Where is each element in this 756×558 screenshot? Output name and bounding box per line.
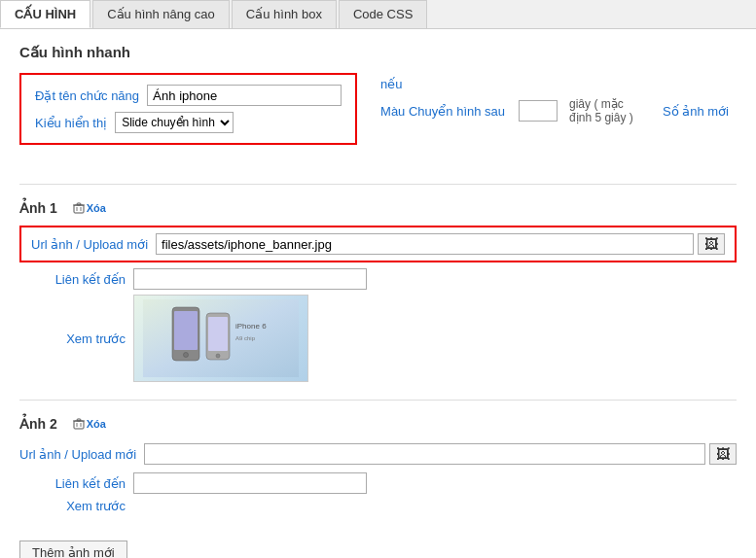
image-1-preview-row: Xem trước	[19, 295, 737, 382]
count-label: Số ảnh mới	[663, 104, 729, 119]
name-input[interactable]	[147, 85, 342, 106]
main-content: Cấu hình nhanh Đặt tên chức năng Kiểu hi…	[0, 29, 756, 558]
image-1-url-label: Url ảnh / Upload mới	[31, 237, 148, 252]
time-hint: giây ( mặc định 5 giây )	[569, 97, 643, 124]
trash-icon	[73, 202, 85, 214]
tab-cau-hinh-box[interactable]: Cấu hình box	[232, 0, 337, 28]
image-2-link-row: Liên kết đến	[19, 472, 737, 494]
tab-cau-hinh-nang-cao[interactable]: Cấu hình nâng cao	[92, 0, 230, 28]
svg-text:A9 chip: A9 chip	[235, 335, 256, 341]
image-1-preview: iPhone 6 A9 chip	[133, 295, 308, 382]
image-1-link-label: Liên kết đến	[23, 272, 126, 287]
tab-code-css[interactable]: Code CSS	[339, 0, 427, 28]
display-row: Kiểu hiển thị Slide chuyển hình Fade Non…	[35, 112, 342, 133]
display-select[interactable]: Slide chuyển hình Fade None	[115, 112, 234, 133]
svg-rect-7	[174, 311, 198, 350]
delete-image-2-button[interactable]: Xóa	[65, 418, 106, 430]
image-1-url-input[interactable]	[156, 233, 694, 255]
quick-config-box: Đặt tên chức năng Kiểu hiển thị Slide ch…	[19, 73, 357, 145]
delete-image-1-label: Xóa	[87, 202, 106, 214]
image-1-title-row: Ảnh 1 Xóa	[19, 200, 737, 216]
image-2-link-input[interactable]	[133, 472, 367, 494]
image-2-preview-row: Xem trước	[19, 499, 737, 513]
iphone-svg: iPhone 6 A9 chip	[143, 299, 299, 377]
svg-point-11	[216, 354, 220, 358]
color-label: Màu Chuyển hình sau	[380, 104, 505, 119]
image-1-upload-button[interactable]: 🖼	[698, 233, 725, 255]
delete-image-1-button[interactable]: Xóa	[65, 202, 106, 214]
svg-rect-10	[208, 317, 228, 351]
image-2-preview-label: Xem trước	[23, 499, 126, 513]
iphone-banner-visual: iPhone 6 A9 chip	[134, 296, 307, 381]
delete-image-2-label: Xóa	[87, 418, 106, 430]
image-2-url-row: Url ảnh / Upload mới 🖼	[19, 441, 737, 467]
image-1-link-input[interactable]	[133, 268, 367, 290]
display-select-wrap: Slide chuyển hình Fade None	[115, 112, 234, 133]
image-section-1: Ảnh 1 Xóa Url ảnh / Upload mới 🖼	[19, 200, 737, 382]
image-1-link-row: Liên kết đến	[19, 268, 737, 290]
image-1-title: Ảnh 1	[19, 200, 57, 216]
image-2-url-label: Url ảnh / Upload mới	[19, 447, 136, 462]
image-2-title-row: Ảnh 2 Xóa	[19, 416, 737, 432]
image-icon-2: 🖼	[716, 446, 730, 462]
image-section-2: Ảnh 2 Xóa Url ảnh / Upload mới 🖼	[19, 416, 737, 513]
image-icon: 🖼	[704, 236, 718, 252]
nev-label: nếu	[380, 77, 402, 91]
image-2-link-label: Liên kết đến	[23, 476, 126, 491]
name-label: Đặt tên chức năng	[35, 88, 139, 103]
svg-text:iPhone 6: iPhone 6	[235, 322, 267, 331]
image-2-upload-button[interactable]: 🖼	[709, 443, 737, 465]
image-1-url-box: Url ảnh / Upload mới 🖼	[19, 226, 737, 262]
color-input[interactable]	[519, 100, 558, 122]
tab-bar: CẤU HÌNH Cấu hình nâng cao Cấu hình box …	[0, 0, 756, 29]
divider-2	[19, 400, 737, 401]
trash-icon-2	[73, 418, 85, 430]
svg-rect-0	[74, 205, 84, 213]
image-2-url-input[interactable]	[144, 443, 705, 465]
tab-cau-hinh[interactable]: CẤU HÌNH	[0, 0, 90, 28]
image-1-preview-label: Xem trước	[23, 331, 126, 346]
add-image-button[interactable]: Thêm ảnh mới	[19, 541, 127, 558]
quick-config-title: Cấu hình nhanh	[19, 44, 737, 61]
divider-1	[19, 184, 737, 185]
display-label: Kiểu hiển thị	[35, 116, 107, 130]
image-2-title: Ảnh 2	[19, 416, 57, 432]
svg-point-8	[184, 353, 189, 358]
svg-rect-14	[74, 421, 84, 429]
name-row: Đặt tên chức năng	[35, 85, 342, 106]
